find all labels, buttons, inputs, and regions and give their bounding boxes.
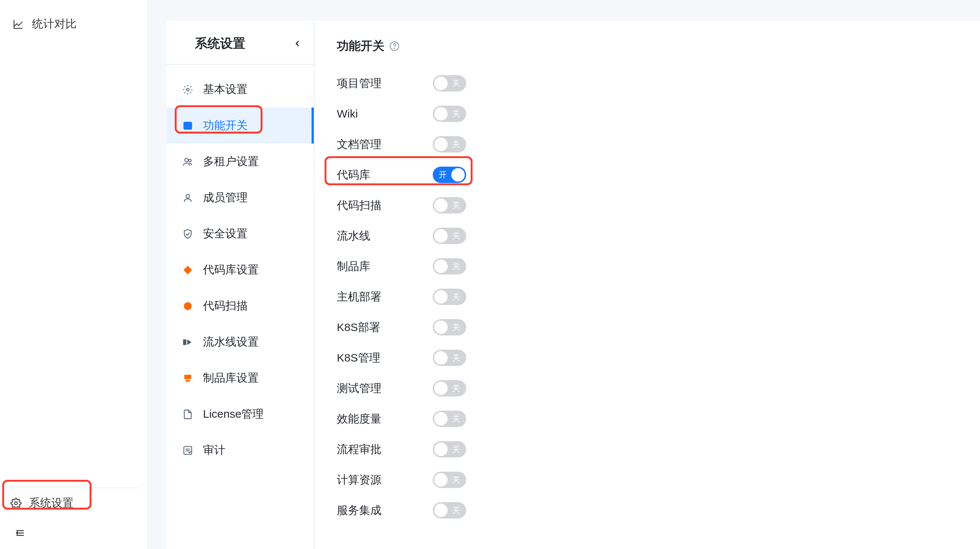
secondary-nav-item[interactable]: License管理 bbox=[167, 396, 314, 432]
secondary-nav-item[interactable]: 安全设置 bbox=[167, 216, 314, 252]
toggle-switch[interactable]: 关 bbox=[433, 441, 466, 458]
toggle-switch[interactable]: 关 bbox=[433, 289, 466, 305]
nav-item-statistic[interactable]: 统计对比 bbox=[10, 10, 137, 38]
content-pane: 功能开关 项目管理关Wiki关文档管理关代码库开代码扫描关流水线关制品库关主机部… bbox=[315, 21, 980, 549]
toggle-switch[interactable]: 关 bbox=[433, 75, 466, 91]
svg-rect-11 bbox=[183, 339, 187, 345]
toggle-knob bbox=[434, 473, 448, 487]
secondary-nav-label: 代码库设置 bbox=[203, 262, 259, 278]
toggle-row: 代码库开 bbox=[337, 164, 958, 186]
secondary-nav-item[interactable]: 代码扫描 bbox=[167, 288, 314, 324]
toggle-switch[interactable]: 关 bbox=[433, 350, 466, 366]
toggle-label: 主机部署 bbox=[337, 289, 433, 305]
svg-point-0 bbox=[14, 502, 18, 505]
secondary-nav-label: 安全设置 bbox=[203, 226, 248, 241]
toggle-switch[interactable]: 关 bbox=[433, 258, 466, 274]
toggle-row: K8S部署关 bbox=[337, 316, 958, 338]
toggle-state-text: 关 bbox=[452, 383, 460, 394]
secondary-nav-item[interactable]: 代码库设置 bbox=[167, 252, 314, 288]
secondary-nav-label: 制品库设置 bbox=[203, 370, 259, 386]
svg-point-9 bbox=[186, 194, 189, 198]
toggle-knob bbox=[434, 381, 448, 395]
secondary-nav-item[interactable]: 制品库设置 bbox=[167, 360, 314, 396]
shield-icon bbox=[181, 228, 194, 240]
secondary-nav-label: 代码扫描 bbox=[203, 298, 248, 314]
collapse-icon bbox=[14, 527, 26, 539]
secondary-nav-item[interactable]: 流水线设置 bbox=[167, 324, 314, 360]
secondary-nav-item[interactable]: 审计 bbox=[167, 432, 314, 468]
toggle-row: 流水线关 bbox=[337, 225, 958, 247]
toggle-state-text: 关 bbox=[452, 78, 460, 89]
secondary-nav-item[interactable]: 成员管理 bbox=[167, 180, 314, 216]
toggle-switch[interactable]: 关 bbox=[433, 411, 466, 427]
toggle-row: 测试管理关 bbox=[337, 377, 958, 399]
toggle-state-text: 关 bbox=[452, 505, 460, 516]
toggle-state-text: 关 bbox=[452, 200, 460, 211]
gear-icon bbox=[10, 498, 22, 509]
audit-icon bbox=[181, 444, 194, 457]
toggle-knob bbox=[434, 443, 448, 456]
svg-point-8 bbox=[188, 159, 191, 162]
nav-item-label: 统计对比 bbox=[32, 16, 76, 32]
svg-rect-13 bbox=[185, 375, 191, 379]
nav-item-label: 系统设置 bbox=[29, 495, 73, 511]
toggle-switch[interactable]: 关 bbox=[433, 136, 466, 153]
secondary-nav-item[interactable]: 多租户设置 bbox=[167, 144, 314, 180]
toggle-switch[interactable]: 关 bbox=[433, 105, 466, 122]
toggle-knob bbox=[451, 168, 465, 182]
collapse-sidebar-button[interactable] bbox=[6, 518, 142, 549]
toggle-switch[interactable]: 关 bbox=[433, 380, 466, 396]
toggle-label: K8S管理 bbox=[337, 350, 433, 365]
file-icon bbox=[181, 408, 194, 421]
toggle-switch[interactable]: 关 bbox=[433, 228, 466, 244]
settings-card: 系统设置 基本设置功能开关多租户设置成员管理安全设置代码库设置代码扫描流水线设置… bbox=[167, 21, 980, 549]
toggle-label: 流水线 bbox=[337, 228, 433, 244]
toggle-row: 流程审批关 bbox=[337, 438, 958, 460]
toggle-row: 主机部署关 bbox=[337, 286, 958, 308]
toggle-row: 计算资源关 bbox=[337, 469, 958, 491]
secondary-nav-label: 成员管理 bbox=[203, 190, 248, 205]
toggle-label: 服务集成 bbox=[337, 503, 433, 518]
secondary-nav-item[interactable]: 基本设置 bbox=[167, 72, 314, 107]
toggle-switch[interactable]: 关 bbox=[433, 197, 466, 214]
toggle-state-text: 关 bbox=[452, 444, 460, 455]
secondary-nav-label: 审计 bbox=[203, 443, 225, 458]
toggle-state-text: 关 bbox=[452, 352, 460, 363]
toggle-knob bbox=[434, 77, 448, 90]
toggle-state-text: 关 bbox=[452, 413, 460, 425]
toggle-switch[interactable]: 关 bbox=[433, 319, 466, 335]
secondary-nav-label: 流水线设置 bbox=[203, 334, 259, 350]
toggle-switch[interactable]: 开 bbox=[433, 167, 466, 183]
toggle-label: 代码扫描 bbox=[337, 198, 433, 213]
toggle-row: Wiki关 bbox=[337, 103, 958, 125]
svg-rect-14 bbox=[186, 380, 190, 381]
toggle-row: 制品库关 bbox=[337, 255, 958, 278]
artifact-icon bbox=[181, 372, 194, 385]
content-title-row: 功能开关 bbox=[337, 38, 958, 54]
toggle-state-text: 关 bbox=[452, 108, 460, 120]
toggle-label: 计算资源 bbox=[337, 472, 433, 488]
circle-icon bbox=[181, 300, 194, 313]
toggle-knob bbox=[434, 199, 448, 212]
page-title: 功能开关 bbox=[337, 38, 384, 54]
toggle-switch[interactable]: 关 bbox=[433, 502, 466, 519]
main-area: 系统设置 基本设置功能开关多租户设置成员管理安全设置代码库设置代码扫描流水线设置… bbox=[148, 0, 980, 549]
toggle-label: K8S部署 bbox=[337, 320, 433, 335]
svg-marker-12 bbox=[188, 339, 191, 345]
secondary-nav-label: 多租户设置 bbox=[203, 154, 259, 169]
toggle-switch[interactable]: 关 bbox=[433, 472, 466, 488]
secondary-nav-label: 基本设置 bbox=[203, 82, 248, 97]
toggle-state-text: 关 bbox=[452, 261, 460, 272]
toggle-knob bbox=[434, 107, 448, 121]
secondary-nav-list: 基本设置功能开关多租户设置成员管理安全设置代码库设置代码扫描流水线设置制品库设置… bbox=[167, 65, 314, 468]
nav-item-system-settings[interactable]: 系统设置 bbox=[6, 488, 142, 518]
chart-icon bbox=[12, 18, 24, 30]
back-button[interactable] bbox=[290, 36, 305, 51]
svg-rect-15 bbox=[184, 446, 192, 454]
toggle-label: 代码库 bbox=[337, 168, 433, 183]
toggle-label: 测试管理 bbox=[337, 381, 433, 396]
toggle-label: 制品库 bbox=[337, 259, 433, 274]
toggle-row: 项目管理关 bbox=[337, 72, 958, 94]
help-button[interactable] bbox=[389, 40, 400, 52]
secondary-nav-item[interactable]: 功能开关 bbox=[167, 107, 314, 144]
